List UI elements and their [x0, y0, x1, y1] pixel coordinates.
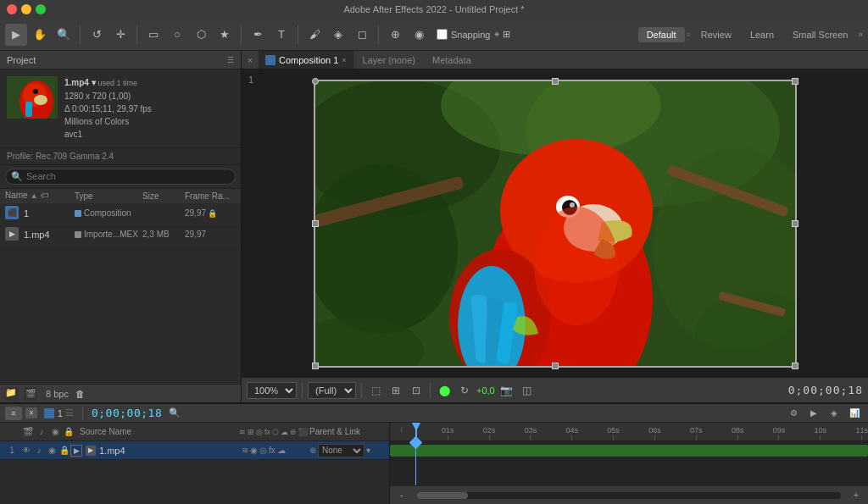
item-type-comp: Composition — [75, 208, 142, 218]
layer-parent-selector[interactable]: None — [318, 444, 364, 457]
roto-tool[interactable]: ◉ — [408, 24, 430, 46]
toolbar-separator-2 — [136, 25, 137, 44]
workspace-learn[interactable]: Learn — [742, 27, 782, 42]
motion-blur-icon[interactable]: ☁ — [281, 428, 288, 436]
layer-row[interactable]: 1 👁 ♪ ◉ 🔒 ▶ ▶ 1.mp4 ≋ ◉ ◎ fx ☁ — [0, 441, 389, 460]
color-rotation-icon[interactable]: ↻ — [456, 382, 473, 399]
zoom-out-btn[interactable]: - — [393, 489, 410, 502]
list-item[interactable]: ⬛ 1 Composition 29,97 🔒 — [0, 203, 241, 224]
project-search[interactable]: 🔍 — [0, 165, 241, 189]
qual-icon[interactable]: ◎ — [256, 428, 263, 436]
camera-icon[interactable]: 📷 — [498, 382, 515, 399]
layer-motion-blur[interactable]: ☁ — [277, 446, 286, 455]
workspace-tabs: Default ≡ Review Learn Small Screen » — [638, 27, 863, 42]
brush-tool[interactable]: 🖌 — [303, 24, 326, 46]
new-folder-icon[interactable]: 📁 — [5, 387, 19, 401]
shy-icon[interactable]: ≋ — [239, 428, 246, 436]
clone-tool[interactable]: ◈ — [327, 24, 349, 46]
pen-tool[interactable]: ✒ — [247, 24, 269, 46]
layer-lock-toggle[interactable]: 🔒 — [58, 445, 70, 457]
rotation-tool[interactable]: ↺ — [86, 24, 108, 46]
eraser-tool[interactable]: ◻ — [351, 24, 373, 46]
panel-menu-icon[interactable]: ☰ — [227, 56, 234, 64]
composition-viewport[interactable] — [314, 80, 797, 368]
hand-tool[interactable]: ✋ — [29, 24, 51, 46]
pixel-aspect-icon[interactable]: ⊡ — [408, 382, 425, 399]
layer-audio-toggle[interactable]: ♪ — [33, 445, 45, 457]
fx-label[interactable]: fx — [264, 428, 270, 436]
zoom-selector[interactable]: 100% 50% 200% — [247, 382, 297, 399]
anchor-tool[interactable]: ✛ — [109, 24, 131, 46]
list-item[interactable]: ▶ 1.mp4 Importe...MEX 2,3 MB 29,97 — [0, 224, 241, 246]
layer-video-toggle[interactable]: 👁 — [20, 445, 32, 457]
new-comp-icon[interactable]: 🎬 — [24, 387, 37, 401]
main-toolbar: ▶ ✋ 🔍 ↺ ✛ ▭ ○ ⬡ ★ ✒ T 🖌 ◈ ◻ ⊕ ◉ Snapping… — [0, 19, 868, 51]
playhead[interactable] — [415, 441, 416, 485]
snapping-checkbox[interactable] — [437, 29, 448, 40]
workspace-review[interactable]: Review — [693, 27, 740, 42]
comp-settings-icon[interactable]: ⚙ — [785, 407, 802, 420]
quality-selector[interactable]: (Full) (Half) — [308, 382, 356, 399]
search-input[interactable] — [26, 171, 230, 181]
workspace-small-screen[interactable]: Small Screen — [784, 27, 856, 42]
text-tool[interactable]: T — [270, 24, 292, 46]
selection-tool[interactable]: ▶ — [5, 24, 27, 46]
composition-image — [314, 80, 797, 368]
delete-icon[interactable]: 🗑 — [75, 389, 85, 399]
draft-icon[interactable]: ◫ — [519, 382, 536, 399]
layer-collapse[interactable]: ◉ — [250, 446, 258, 455]
preview-icon[interactable]: ▶ — [805, 407, 822, 420]
adj-layer-icon[interactable]: ⊛ — [290, 428, 297, 436]
comp-tab-close-all[interactable]: × — [242, 51, 259, 69]
polygon-tool[interactable]: ⬡ — [190, 24, 212, 46]
comp-tab-close-icon[interactable]: × — [342, 56, 346, 64]
svg-point-25 — [534, 207, 619, 325]
minimize-button[interactable] — [21, 4, 31, 14]
zoom-handle[interactable] — [417, 492, 468, 499]
ellipse-tool[interactable]: ○ — [166, 24, 188, 46]
transparency-grid-icon[interactable]: ⊞ — [387, 382, 404, 399]
star-tool[interactable]: ★ — [214, 24, 236, 46]
timeline-current-time[interactable]: 0;00;00;18 — [92, 407, 162, 419]
col-source-label: Source Name — [76, 427, 237, 436]
layer-solo-toggle[interactable]: ◉ — [46, 445, 58, 457]
layer-qual[interactable]: ◎ — [259, 446, 267, 455]
rectangle-tool[interactable]: ▭ — [142, 24, 164, 46]
frame-blend-icon[interactable]: ⬡ — [272, 428, 279, 436]
composition-tab[interactable]: Composition 1 × — [259, 51, 354, 69]
zoom-in-btn[interactable]: + — [848, 489, 865, 502]
timeline-search-icon[interactable]: 🔍 — [169, 407, 181, 418]
parent-dropdown-icon[interactable]: ▾ — [366, 446, 370, 455]
svg-rect-5 — [25, 102, 32, 117]
live-update-icon[interactable]: ◈ — [826, 407, 843, 420]
close-button[interactable] — [7, 4, 17, 14]
timeline-tab-close[interactable]: × — [25, 407, 37, 418]
layer-fx[interactable]: fx — [269, 446, 275, 455]
ruler-mark-08s: 08s — [703, 426, 744, 440]
parent-link-icon[interactable]: ⊕ — [309, 446, 316, 455]
search-wrap[interactable]: 🔍 — [5, 169, 236, 185]
workspace-overflow-chevron[interactable]: » — [858, 30, 863, 39]
tl-header-sep — [82, 407, 83, 420]
layer-expand-btn[interactable]: ▶ — [70, 445, 82, 457]
zoom-tool[interactable]: 🔍 — [53, 24, 75, 46]
video-item-icon: ▶ — [5, 227, 20, 242]
graph-editor-icon[interactable]: 📊 — [846, 407, 863, 420]
3d-layer-icon[interactable]: ⬛ — [298, 428, 308, 436]
timeline-zoom-bar: - + — [390, 485, 868, 504]
green-correction-value: +0,0 — [476, 385, 495, 396]
workspace-default[interactable]: Default — [638, 27, 685, 42]
track-bar[interactable] — [390, 445, 868, 457]
collapse-icon[interactable]: ⊞ — [248, 428, 254, 436]
color-correction-icon[interactable]: ⬤ — [436, 382, 453, 399]
puppet-tool[interactable]: ⊕ — [384, 24, 406, 46]
region-of-interest-icon[interactable]: ⬚ — [367, 382, 384, 399]
zoom-scrollbar[interactable] — [417, 492, 841, 499]
project-items-list: ⬛ 1 Composition 29,97 🔒 ▶ 1.mp4 — [0, 203, 241, 385]
toolbar-separator-5 — [378, 25, 379, 44]
fullscreen-button[interactable] — [36, 4, 46, 14]
layer-shy[interactable]: ≋ — [242, 446, 248, 455]
sort-arrow-icon[interactable]: ▲ — [31, 191, 38, 200]
timeline-menu-btn[interactable]: ≡ — [5, 407, 22, 420]
snapping-area: Snapping ⌖ ⊞ — [437, 29, 510, 40]
